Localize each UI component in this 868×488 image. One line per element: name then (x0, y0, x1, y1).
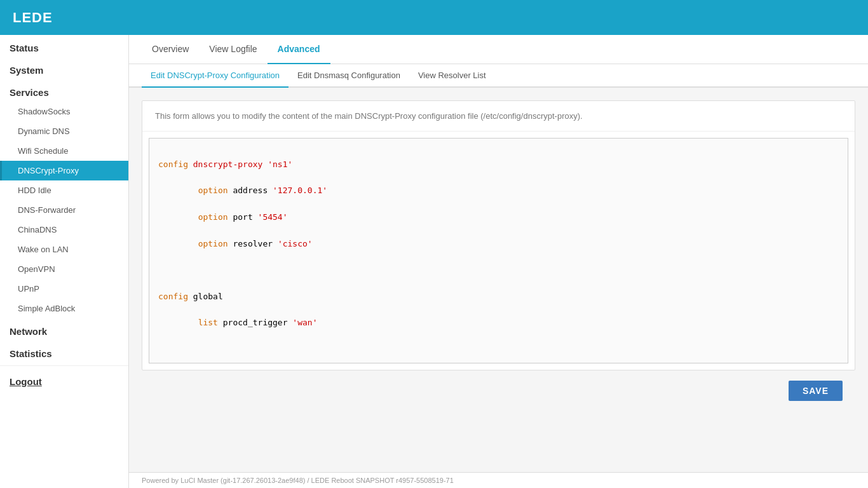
sidebar-item-wake-on-lan[interactable]: Wake on LAN (0, 240, 128, 259)
content-area: This form allows you to modify the conte… (129, 88, 868, 472)
config-line-1: config dnscrypt-proxy 'ns1' (158, 158, 839, 172)
header: LEDE (0, 0, 868, 35)
tab-view-logfile[interactable]: View Logfile (199, 35, 267, 64)
config-editor-wrapper: config dnscrypt-proxy 'ns1' option addre… (142, 132, 855, 370)
config-line-4: option resolver 'cisco' (158, 238, 839, 251)
sidebar-item-wifi-schedule[interactable]: Wifi Schedule (0, 141, 128, 161)
sidebar-item-chinadns[interactable]: ChinaDNS (0, 220, 128, 240)
config-line-blank (158, 264, 839, 277)
top-tab-bar: Overview View Logfile Advanced (129, 35, 868, 64)
sidebar-item-simple-adblock[interactable]: Simple AdBlock (0, 299, 128, 318)
sidebar-section-services[interactable]: Services (0, 79, 128, 102)
sidebar-section-network[interactable]: Network (0, 318, 128, 341)
config-card: This form allows you to modify the conte… (142, 100, 855, 370)
content-description: This form allows you to modify the conte… (142, 101, 855, 132)
config-editor[interactable]: config dnscrypt-proxy 'ns1' option addre… (149, 138, 848, 363)
save-button[interactable]: SAVE (789, 381, 843, 401)
sidebar-item-shadowsocks[interactable]: ShadowSocks (0, 102, 128, 121)
sidebar-item-openvpn[interactable]: OpenVPN (0, 259, 128, 279)
sidebar-item-dnscrypt-proxy[interactable]: DNSCrypt-Proxy (0, 161, 128, 180)
save-area: SAVE (142, 370, 855, 411)
config-line-6: list procd_trigger 'wan' (158, 316, 839, 330)
subtab-edit-dnscrypt[interactable]: Edit DNSCrypt-Proxy Configuration (142, 64, 288, 88)
sub-tab-bar: Edit DNSCrypt-Proxy Configuration Edit D… (129, 64, 868, 88)
sidebar-section-status[interactable]: Status (0, 35, 128, 57)
sidebar-item-dns-forwarder[interactable]: DNS-Forwarder (0, 200, 128, 220)
subtab-view-resolver[interactable]: View Resolver List (409, 64, 495, 88)
sidebar: Status System Services ShadowSocks Dynam… (0, 35, 129, 488)
sidebar-item-dynamic-dns[interactable]: Dynamic DNS (0, 121, 128, 141)
footer: Powered by LuCI Master (git-17.267.26013… (129, 472, 868, 488)
tab-overview[interactable]: Overview (142, 35, 199, 64)
sidebar-item-hdd-idle[interactable]: HDD Idle (0, 180, 128, 200)
app-title: LEDE (13, 10, 53, 26)
config-line-3: option port '5454' (158, 211, 839, 224)
config-line-2: option address '127.0.0.1' (158, 184, 839, 198)
tab-advanced[interactable]: Advanced (268, 35, 330, 64)
main-content: Overview View Logfile Advanced Edit DNSC… (129, 35, 868, 488)
subtab-edit-dnsmasq[interactable]: Edit Dnsmasq Configuration (288, 64, 409, 88)
config-line-5: config global (158, 290, 839, 304)
sidebar-section-statistics[interactable]: Statistics (0, 341, 128, 363)
sidebar-section-system[interactable]: System (0, 57, 128, 79)
logout-link[interactable]: Logout (0, 369, 128, 391)
sidebar-item-upnp[interactable]: UPnP (0, 279, 128, 299)
